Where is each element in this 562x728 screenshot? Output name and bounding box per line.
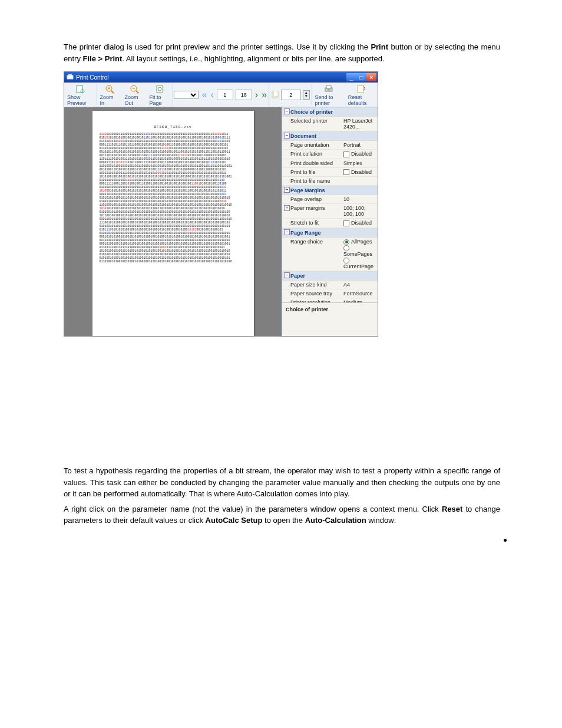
row-range-choice[interactable]: Range choice AllPages SomePages CurrentP… — [282, 238, 378, 271]
zoom-out-button[interactable]: Zoom Out — [122, 83, 147, 107]
value[interactable] — [342, 177, 378, 185]
label: Print to file name — [282, 177, 342, 185]
next-page-button[interactable]: › — [253, 90, 260, 100]
radio-currentpage[interactable] — [343, 258, 349, 263]
copies-input[interactable] — [281, 90, 301, 100]
first-page-button[interactable]: « — [200, 90, 209, 100]
label: Range choice — [282, 238, 342, 271]
checkbox-icon[interactable] — [343, 169, 349, 175]
checkbox-icon[interactable] — [343, 220, 349, 226]
copies-icon — [271, 91, 279, 99]
label: Paper size kind — [282, 281, 342, 289]
row-print-to-file[interactable]: Print to file Disabled — [282, 168, 378, 177]
page-current-input[interactable] — [217, 90, 233, 100]
group-paper[interactable]: Paper — [282, 271, 378, 281]
svg-line-9 — [136, 91, 138, 93]
label: Zoom Out — [125, 94, 144, 106]
zoom-in-button[interactable]: Zoom In — [97, 83, 122, 107]
row-paper-source-tray[interactable]: Paper source tray FormSource — [282, 289, 378, 298]
group-choice-of-printer[interactable]: Choice of printer — [282, 107, 378, 117]
label: Show Preview — [67, 94, 94, 106]
group-document[interactable]: Document — [282, 131, 378, 141]
svg-rect-18 — [358, 85, 363, 93]
print-control-window: Print Control _ □ × Show Preview Zoom In… — [64, 71, 378, 337]
app-icon — [67, 74, 74, 81]
group-page-range[interactable]: Page Range — [282, 228, 378, 238]
label: Stretch to fit — [282, 219, 342, 228]
show-preview-button[interactable]: Show Preview — [64, 83, 97, 107]
preview-filename: BFSKU_T150.vsv — [100, 125, 247, 129]
svg-rect-1 — [68, 74, 72, 76]
value[interactable]: 10 — [342, 195, 378, 203]
value[interactable]: HP LaserJet 2420... — [342, 117, 378, 131]
titlebar: Print Control _ □ × — [64, 72, 378, 83]
text: . All layout settings, i.e., highlightin… — [122, 54, 384, 63]
page-bullet — [504, 539, 507, 542]
radio-allpages[interactable] — [343, 239, 349, 245]
row-print-collation[interactable]: Print collation Disabled — [282, 150, 378, 159]
reset-defaults-button[interactable]: Reset defaults — [345, 83, 378, 107]
prev-page-button[interactable]: ‹ — [209, 90, 215, 100]
row-selected-printer[interactable]: Selected printer HP LaserJet 2420... — [282, 117, 378, 131]
zoom-out-icon — [130, 84, 139, 94]
property-description: Choice of printer — [282, 302, 378, 336]
value[interactable]: AllPages SomePages CurrentPage — [342, 238, 378, 271]
last-page-button[interactable]: » — [260, 90, 269, 100]
reset-bold: Reset — [442, 505, 462, 513]
label[interactable]: Paper margins — [282, 204, 342, 218]
body-paragraph-2: To test a hypothesis regarding the prope… — [64, 465, 500, 500]
label: Fit to Page — [150, 94, 170, 106]
label: Print to file — [282, 168, 342, 177]
value[interactable]: 100; 100; 100; 100 — [342, 204, 378, 218]
row-paper-size-kind[interactable]: Paper size kind A4 — [282, 281, 378, 289]
maximize-button[interactable]: □ — [356, 73, 366, 81]
scale-select[interactable] — [174, 91, 199, 99]
row-page-overlap[interactable]: Page overlap 10 — [282, 195, 378, 204]
fit-page-button[interactable]: Fit to Page — [147, 83, 173, 107]
value[interactable]: Disabled — [342, 150, 378, 159]
preview-hex: 1110101000011010011011000110100110100100… — [100, 133, 247, 263]
text: window: — [366, 516, 396, 525]
svg-rect-14 — [273, 91, 278, 97]
row-print-to-file-name[interactable]: Print to file name — [282, 177, 378, 186]
text: The printer dialog is used for print pre… — [64, 42, 371, 51]
printer-icon — [324, 84, 333, 94]
row-print-double-sided[interactable]: Print double sided Simplex — [282, 159, 378, 168]
label: Selected printer — [282, 117, 342, 131]
value[interactable]: Medium — [342, 298, 378, 302]
send-to-printer-button[interactable]: Send to printer — [312, 83, 345, 107]
label: Print double sided — [282, 159, 342, 167]
value[interactable]: Disabled — [342, 168, 378, 177]
row-printer-resolution[interactable]: Printer resolution Medium — [282, 298, 378, 302]
close-button[interactable]: × — [366, 73, 376, 81]
copies-spinner[interactable]: ▲▼ — [303, 90, 310, 100]
text: A right click on the parameter name (not… — [64, 505, 442, 513]
auto-calculation-bold: Auto-Calculation — [305, 516, 366, 525]
zoom-in-icon — [105, 84, 114, 94]
row-stretch-to-fit[interactable]: Stretch to fit Disabled — [282, 219, 378, 228]
svg-rect-2 — [77, 85, 82, 93]
label: Reset defaults — [348, 94, 375, 106]
row-paper-margins[interactable]: Paper margins 100; 100; 100; 100 — [282, 204, 378, 219]
value[interactable]: A4 — [342, 281, 378, 289]
value[interactable]: Disabled — [342, 219, 378, 228]
label: Page orientation — [282, 141, 342, 149]
row-page-orientation[interactable]: Page orientation Portrait — [282, 141, 378, 150]
autocalc-setup-bold: AutoCalc Setup — [206, 516, 263, 525]
svg-rect-16 — [326, 85, 331, 88]
label: Paper source tray — [282, 289, 342, 298]
page-total-display — [236, 90, 252, 100]
file-print-bold: File > Print — [83, 54, 123, 63]
value[interactable]: Simplex — [342, 159, 378, 167]
window-title: Print Control — [76, 74, 109, 81]
radio-somepages[interactable] — [343, 245, 349, 251]
fit-page-icon — [155, 84, 164, 94]
minimize-button[interactable]: _ — [346, 73, 356, 81]
value[interactable]: Portrait — [342, 141, 378, 149]
preview-icon — [75, 84, 85, 94]
group-page-margins[interactable]: Page Margins — [282, 186, 378, 195]
value[interactable]: FormSource — [342, 289, 378, 298]
label: Send to printer — [315, 94, 342, 106]
checkbox-icon[interactable] — [343, 151, 349, 157]
preview-page: BFSKU_T150.vsv 1110101000011010011011000… — [92, 111, 254, 336]
